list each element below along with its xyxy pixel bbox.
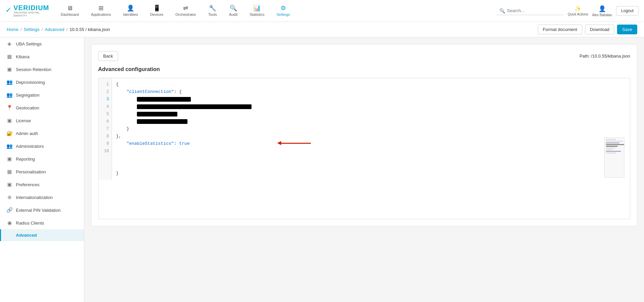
sidebar: ◈UBA Settings▦Kibana▣Session Retention👥D… <box>0 37 84 302</box>
user-area[interactable]: 👤 Alex Babalau <box>592 5 612 17</box>
nav-label-applications: Applications <box>91 12 111 16</box>
logout-button[interactable]: Logout <box>616 6 639 15</box>
code-line-1: { <box>112 81 630 88</box>
sidebar-label-preferences: Preferences <box>16 182 39 187</box>
back-button[interactable]: Back <box>98 51 118 61</box>
nav-item-identities[interactable]: 👤Identities <box>118 3 143 19</box>
applications-icon: ⊞ <box>98 5 104 11</box>
sidebar-item-preferences[interactable]: ▣Preferences <box>0 178 84 191</box>
search-icon: 🔍 <box>499 8 505 13</box>
sidebar-label-kibana: Kibana <box>16 54 29 59</box>
sidebar-label-reporting: Reporting <box>16 157 35 162</box>
preferences-icon: ▣ <box>6 181 12 188</box>
sidebar-item-deprovisioning[interactable]: 👥Deprovisioning <box>0 76 84 89</box>
sidebar-label-advanced: Advanced <box>16 233 37 238</box>
sidebar-item-segregation[interactable]: 👥Segregation <box>0 89 84 101</box>
sidebar-label-session-retention: Session Retention <box>16 67 52 72</box>
nav-item-orchestrator[interactable]: ⇌Orchestrator <box>170 3 201 19</box>
external-pin-icon: 🔗 <box>6 207 12 213</box>
code-editor[interactable]: 1 2 3 4 5 6 7 8 9 10 { "clientConnection… <box>98 78 630 219</box>
deprovisioning-icon: 👥 <box>6 79 12 85</box>
sidebar-item-license[interactable]: ▣License <box>0 114 84 127</box>
sidebar-item-session-retention[interactable]: ▣Session Retention <box>0 63 84 76</box>
personalisation-icon: ▦ <box>6 169 12 175</box>
user-icon: 👤 <box>598 5 606 12</box>
minimap-content <box>605 138 624 156</box>
code-line-8: }, <box>112 133 630 140</box>
sidebar-item-uba-settings[interactable]: ◈UBA Settings <box>0 37 84 50</box>
minimap-line <box>606 151 621 152</box>
sidebar-item-administrators[interactable]: 👥Administrators <box>0 140 84 153</box>
tools-icon: 🔧 <box>209 5 216 11</box>
statistics-icon: 📊 <box>253 5 261 11</box>
sidebar-item-admin-auth[interactable]: 🔐Admin auth <box>0 127 84 140</box>
breadcrumb-bar: Home/Settings/Advanced/10.0.55 / kibana.… <box>0 22 644 37</box>
code-line-3 <box>112 96 630 103</box>
uba-settings-icon: ◈ <box>6 41 12 47</box>
search-input[interactable] <box>507 8 561 13</box>
nav-label-settings: Settings <box>276 12 290 16</box>
minimap <box>604 137 624 178</box>
code-line-5 <box>112 110 630 118</box>
arrow-head-icon <box>277 141 281 145</box>
minimap-line <box>606 147 615 148</box>
nav-item-dashboard[interactable]: 🖥Dashboard <box>55 3 84 19</box>
nav-item-settings[interactable]: ⚙Settings <box>271 3 295 19</box>
nav-label-audit: Audit <box>229 12 237 16</box>
minimap-line <box>606 141 623 142</box>
minimap-line <box>606 142 619 143</box>
panel-title: Advanced configuration <box>98 66 630 72</box>
code-line-4 <box>112 103 630 110</box>
nav-item-tools[interactable]: 🔧Tools <box>203 3 222 19</box>
nav-label-identities: Identities <box>123 12 138 16</box>
nav-right: 🔍 ✨ Quick Actions 👤 Alex Babalau Logout <box>497 5 639 17</box>
content-panel: Back Path: /10.0.55/kibana.json Advanced… <box>91 44 637 226</box>
breadcrumb-link-advanced[interactable]: Advanced <box>45 27 64 32</box>
nav-item-statistics[interactable]: 📊Statistics <box>244 3 270 19</box>
sidebar-item-advanced[interactable]: Advanced <box>0 229 84 241</box>
settings-icon: ⚙ <box>281 5 286 11</box>
arrow-annotation <box>277 141 311 145</box>
main-layout: ◈UBA Settings▦Kibana▣Session Retention👥D… <box>0 37 644 302</box>
minimap-line <box>606 144 624 145</box>
nav-item-devices[interactable]: 📱Devices <box>145 3 169 19</box>
download-button[interactable]: Download <box>585 25 615 34</box>
sidebar-item-reporting[interactable]: ▣Reporting <box>0 153 84 165</box>
breadcrumb-current: 10.0.55 / kibana.json <box>69 27 110 32</box>
nav-label-orchestrator: Orchestrator <box>175 12 196 16</box>
logo-sub: TRUSTED DIGITAL IDENTITY <box>13 11 53 17</box>
segregation-icon: 👥 <box>6 92 12 98</box>
session-retention-icon: ▣ <box>6 66 12 72</box>
panel-header: Back Path: /10.0.55/kibana.json <box>98 51 630 61</box>
administrators-icon: 👥 <box>6 143 12 149</box>
license-icon: ▣ <box>6 118 12 124</box>
save-button[interactable]: Save <box>617 25 637 34</box>
code-line-6 <box>112 118 630 125</box>
code-lines: 1 2 3 4 5 6 7 8 9 10 { "clientConnection… <box>98 78 630 180</box>
minimap-line <box>606 146 618 147</box>
nav-item-audit[interactable]: 🔍Audit <box>224 3 243 19</box>
nav-item-applications[interactable]: ⊞Applications <box>86 3 116 19</box>
sidebar-label-license: License <box>16 118 31 123</box>
breadcrumb-link-settings[interactable]: Settings <box>24 27 39 32</box>
quick-actions[interactable]: ✨ Quick Actions <box>568 5 588 16</box>
admin-auth-icon: 🔐 <box>6 130 12 136</box>
nav-label-statistics: Statistics <box>250 12 264 16</box>
sidebar-item-radius-clients[interactable]: ◉Radius Clients <box>0 216 84 229</box>
code-content: { "clientConnection": { } }, "enableStat… <box>112 78 630 180</box>
sidebar-item-external-pin[interactable]: 🔗External PIN Validation <box>0 204 84 216</box>
format-document-button[interactable]: Format document <box>538 25 582 34</box>
reporting-icon: ▣ <box>6 156 12 162</box>
sidebar-item-geolocation[interactable]: 📍Geolocation <box>0 101 84 114</box>
sidebar-item-internationalization[interactable]: ⊗Internationalization <box>0 191 84 204</box>
minimap-line <box>606 149 613 150</box>
sidebar-item-personalisation[interactable]: ▦Personalisation <box>0 165 84 178</box>
code-line-10: } <box>112 170 630 177</box>
breadcrumb-link-home[interactable]: Home <box>7 27 19 32</box>
code-line-2: "clientConnection": { <box>112 88 630 96</box>
user-name: Alex Babalau <box>592 13 612 17</box>
sidebar-item-kibana[interactable]: ▦Kibana <box>0 50 84 63</box>
breadcrumb-actions: Format document Download Save <box>538 25 637 34</box>
devices-icon: 📱 <box>153 5 160 11</box>
search-box: 🔍 <box>497 7 564 15</box>
